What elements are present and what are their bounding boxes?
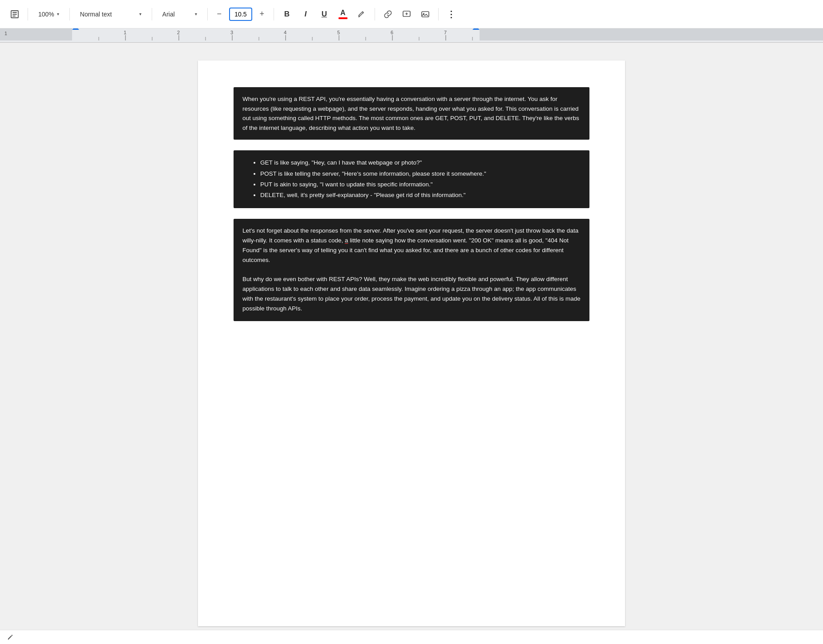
bold-button[interactable]: B <box>279 7 295 22</box>
svg-text:1: 1 <box>4 31 7 36</box>
bullet-list-block[interactable]: GET is like saying, "Hey, can I have tha… <box>234 150 589 208</box>
paragraph-2-text: Let's not forget about the responses fro… <box>242 226 581 266</box>
pencil-icon <box>358 10 366 18</box>
bullet-list: GET is like saying, "Hey, can I have tha… <box>251 157 581 201</box>
svg-text:2: 2 <box>177 30 180 35</box>
underline-red-span: a <box>345 237 348 244</box>
separator-4 <box>207 8 208 20</box>
separator-7 <box>438 8 439 20</box>
separator-2 <box>69 8 70 20</box>
font-size-decrease-button[interactable]: − <box>213 8 226 20</box>
list-item: GET is like saying, "Hey, can I have tha… <box>260 157 581 168</box>
zoom-label: 100% <box>38 11 54 18</box>
document-area: When you're using a REST API, you're ess… <box>0 43 823 644</box>
underline-icon: U <box>322 10 327 19</box>
list-item: PUT is akin to saying, "I want to update… <box>260 179 581 190</box>
image-icon <box>421 10 430 19</box>
increase-icon: + <box>260 9 265 19</box>
paragraph-1-text: When you're using a REST API, you're ess… <box>242 94 581 133</box>
font-dropdown[interactable]: Arial ▾ <box>157 8 202 21</box>
font-size-increase-button[interactable]: + <box>256 8 268 20</box>
more-options-button[interactable]: ⋮ <box>444 7 459 22</box>
insert-image-button[interactable] <box>418 7 433 22</box>
link-icon <box>383 10 392 19</box>
status-bar <box>0 630 823 644</box>
svg-text:3: 3 <box>230 30 233 35</box>
ruler: 1 2 3 4 5 6 7 1 <box>0 28 823 43</box>
font-label: Arial <box>162 11 175 18</box>
paragraph-2-3-block[interactable]: Let's not forget about the responses fro… <box>234 219 589 321</box>
zoom-dropdown[interactable]: 100% ▾ <box>33 8 64 21</box>
svg-text:6: 6 <box>391 30 393 35</box>
font-chevron-icon: ▾ <box>195 12 197 16</box>
svg-rect-2 <box>12 14 17 15</box>
add-comment-button[interactable] <box>399 7 414 22</box>
separator-5 <box>274 8 274 20</box>
document-page: When you're using a REST API, you're ess… <box>198 60 625 626</box>
print-layout-button[interactable] <box>7 7 22 22</box>
svg-rect-1 <box>12 12 17 13</box>
ruler-svg: 1 2 3 4 5 6 7 1 <box>0 28 823 40</box>
svg-rect-3 <box>12 16 16 16</box>
paragraph-1-block[interactable]: When you're using a REST API, you're ess… <box>234 87 589 140</box>
text-style-dropdown[interactable]: Normal text ▾ <box>75 8 146 21</box>
highlight-button[interactable] <box>354 7 369 22</box>
svg-text:7: 7 <box>444 30 447 35</box>
edit-status-button[interactable] <box>7 634 14 641</box>
underline-button[interactable]: U <box>317 7 332 22</box>
font-color-bar <box>339 17 347 19</box>
svg-text:1: 1 <box>124 30 126 35</box>
italic-icon: I <box>304 10 307 19</box>
comment-add-icon <box>402 10 411 19</box>
svg-text:4: 4 <box>284 30 286 35</box>
zoom-chevron-icon: ▾ <box>57 12 59 16</box>
bold-icon: B <box>284 10 290 19</box>
italic-button[interactable]: I <box>298 7 313 22</box>
print-layout-icon <box>10 9 20 19</box>
text-style-label: Normal text <box>80 11 112 18</box>
paragraph-3-text: But why do we even bother with REST APIs… <box>242 274 581 314</box>
decrease-icon: − <box>217 9 222 19</box>
edit-pencil-icon <box>7 634 14 641</box>
toolbar: 100% ▾ Normal text ▾ Arial ▾ − + B I U A <box>0 0 823 28</box>
more-icon: ⋮ <box>447 9 456 20</box>
list-item: POST is like telling the server, "Here's… <box>260 169 581 179</box>
link-button[interactable] <box>380 7 395 22</box>
font-color-button[interactable]: A <box>335 7 351 22</box>
svg-rect-11 <box>480 28 823 40</box>
separator-1 <box>28 8 28 20</box>
text-style-chevron-icon: ▾ <box>139 12 141 16</box>
list-item: DELETE, well, it's pretty self-explanato… <box>260 190 581 201</box>
separator-6 <box>375 8 375 20</box>
separator-3 <box>152 8 152 20</box>
font-color-icon: A <box>340 9 346 16</box>
svg-text:5: 5 <box>337 30 340 35</box>
svg-rect-10 <box>0 28 72 40</box>
font-size-input[interactable] <box>229 8 252 21</box>
